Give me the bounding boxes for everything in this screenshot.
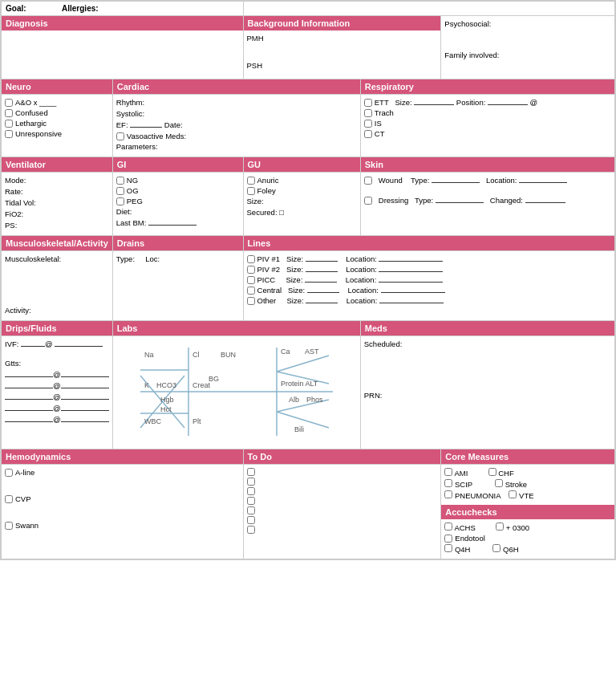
svg-text:Hgb: Hgb [160,396,174,404]
svg-text:Protein ALT: Protein ALT [281,380,318,388]
accuchecks-header: Accuchecks [441,505,614,519]
neuro-header: Neuro [2,79,113,95]
drips-labs-meds-header: Drips/Fluids Labs Meds [2,321,615,336]
cardiac-systolic: Systolic: [116,109,357,118]
hemo-todo-core-content: A-line CVP Swann AMI [2,465,615,559]
meds-content: Scheduled: PRN: [360,336,614,449]
cardiac-content: Rhythm: Systolic: EF: Date: Vasoactive M… [112,95,360,157]
meds-header: Meds [360,321,614,336]
todo-header: To Do [243,449,441,465]
neuro-content: A&O x ____ Confused Lethargic Unresponsi… [2,95,113,157]
hemodynamics-content: A-line CVP Swann [2,465,244,559]
main-page: Goal: Allergies: Diagnosis Background In… [0,0,616,560]
cardiac-vasoactive: Vasoactive Meds: [116,132,357,140]
resp-trach: Trach [364,108,611,117]
msk-content: Musculoskeletal: Activity: [2,251,113,321]
resp-is: IS [364,119,611,128]
goal-label: Goal: [6,4,26,13]
cardiac-rhythm: Rhythm: [116,98,357,107]
svg-text:Na: Na [144,351,154,359]
family-label: Family involved: [444,51,611,59]
ventilator-header: Ventilator [2,157,113,173]
neuro-item-1: Confused [5,108,109,117]
cardiac-header: Cardiac [112,79,360,95]
neuro-item-2: Lethargic [5,119,109,128]
respiratory-header: Respiratory [360,79,614,95]
skin-header: Skin [360,157,614,173]
diagnosis-header: Diagnosis [2,16,243,30]
drips-labs-meds-content: IVF: @ Gtts: @ @ @ @ @ [2,336,615,449]
resp-ct: CT [364,129,611,138]
resp-ett: ETT Size: Position: @ [364,98,611,107]
svg-text:BUN: BUN [221,351,236,359]
prn-label: PRN: [364,391,611,400]
psychosocial-label: Psychosocial: [444,19,611,28]
labs-fishbone-diagram: Na Cl BUN K HCO3 Creat BG WBC Plt Hgb Hc… [116,340,357,444]
background-header: Background Information [244,16,441,30]
diagnosis-bg-row: Diagnosis Background Information PMH PSH… [2,16,615,79]
vent-gi-gu-skin-header: Ventilator GI GU Skin [2,157,615,173]
svg-text:WBC: WBC [144,417,161,425]
drips-content: IVF: @ Gtts: @ @ @ @ @ [2,336,113,449]
svg-text:Bili: Bili [294,425,304,433]
svg-text:Cl: Cl [192,351,200,359]
svg-line-8 [277,356,329,372]
svg-text:Phos: Phos [306,396,323,404]
neuro-cardiac-resp-header: Neuro Cardiac Respiratory [2,79,615,95]
neuro-item-0: A&O x ____ [5,98,109,107]
svg-text:K: K [144,381,149,389]
lines-header: Lines [243,236,614,251]
lines-content: PIV #1 Size: Location: PIV #2 Size: Loca… [243,251,614,321]
svg-text:Hct: Hct [160,405,172,413]
gi-header: GI [112,157,243,173]
svg-text:AST: AST [305,348,319,356]
allergies-label: Allergies: [62,4,99,13]
gu-content: Anuric Foley Size: Secured: □ [243,173,360,236]
drips-header: Drips/Fluids [2,321,113,336]
cardiac-ef: EF: Date: [116,120,357,129]
todo-content [243,465,441,559]
msk-drains-lines-header: Musculoskeletal/Activity Drains Lines [2,236,615,251]
neuro-cardiac-resp-content: A&O x ____ Confused Lethargic Unresponsi… [2,95,615,157]
ventilator-content: Mode: Rate: Tidal Vol: FiO2: PS: [2,173,113,236]
hemodynamics-header: Hemodynamics [2,449,244,465]
svg-text:HCO3: HCO3 [156,381,176,389]
cardiac-parameters: Parameters: [116,142,357,151]
respiratory-content: ETT Size: Position: @ Trach IS CT [360,95,614,157]
psh-label: PSH [247,61,438,70]
gi-content: NG OG PEG Diet: Last BM: [112,173,243,236]
core-measures-header: Core Measures [441,449,615,465]
core-accuchecks-content: AMI CHF SCIP Stroke PNEUMONIA VTE [441,465,615,559]
svg-text:Alb: Alb [289,396,299,404]
svg-text:Plt: Plt [192,417,201,425]
svg-text:Ca: Ca [281,348,290,356]
svg-text:BG: BG [209,375,219,383]
neuro-item-3: Unresponsive [5,129,109,138]
drains-header: Drains [112,236,243,251]
labs-content: Na Cl BUN K HCO3 Creat BG WBC Plt Hgb Hc… [112,336,360,449]
drains-content: Type: Loc: [112,251,243,321]
hemo-todo-core-header: Hemodynamics To Do Core Measures [2,449,615,465]
pmh-label: PMH [247,34,438,43]
msk-header: Musculoskeletal/Activity [2,236,113,251]
scheduled-label: Scheduled: [364,340,611,348]
labs-header: Labs [112,321,360,336]
msk-drains-lines-content: Musculoskeletal: Activity: Type: Loc: PI… [2,251,615,321]
vent-gi-gu-skin-content: Mode: Rate: Tidal Vol: FiO2: PS: NG OG P… [2,173,615,236]
skin-content: Wound Type: Location: Dressing Type: Cha… [360,173,614,236]
gu-header: GU [243,157,360,173]
top-info-row: Goal: Allergies: [2,2,615,16]
